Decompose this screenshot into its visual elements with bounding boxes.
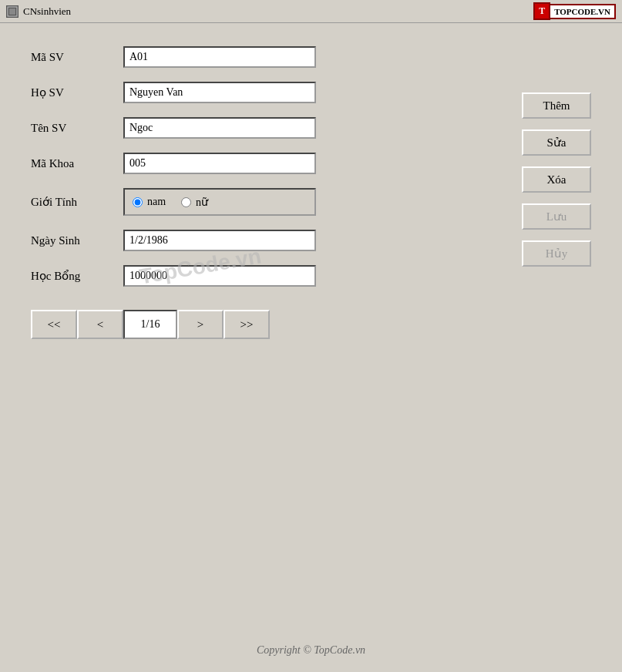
huy-button[interactable]: Hủy [522, 240, 591, 267]
first-button[interactable]: << [31, 310, 77, 339]
window-icon [6, 5, 18, 18]
gender-nu-option: nữ [181, 196, 208, 209]
next-button[interactable]: > [177, 310, 224, 339]
footer: Copyright © TopCode.vn [0, 644, 622, 657]
ma-sv-label: Mã SV [31, 51, 123, 64]
form-section: Mã SV Họ SV Tên SV Mã Khoa Giới Tính [31, 46, 591, 339]
them-button[interactable]: Thêm [522, 92, 591, 119]
hoc-bong-row: Học Bổng [31, 265, 483, 287]
last-button[interactable]: >> [224, 310, 270, 339]
topcode-logo: T TOPCODE.VN [533, 2, 616, 20]
ten-sv-label: Tên SV [31, 122, 123, 135]
title-bar-left: CNsinhvien [6, 5, 71, 18]
page-display: 1/16 [123, 310, 177, 339]
hoc-bong-label: Học Bổng [31, 269, 123, 283]
ma-khoa-label: Mã Khoa [31, 157, 123, 170]
ten-sv-input[interactable] [123, 117, 316, 139]
gender-nam-option: nam [133, 196, 166, 208]
gender-nu-label: nữ [196, 196, 208, 209]
ma-sv-row: Mã SV [31, 46, 483, 68]
ho-sv-row: Họ SV [31, 82, 483, 103]
svg-rect-1 [9, 8, 15, 15]
navigation-row: << < 1/16 > >> [31, 310, 483, 339]
form-fields: Mã SV Họ SV Tên SV Mã Khoa Giới Tính [31, 46, 483, 339]
gender-nu-radio[interactable] [181, 197, 191, 207]
gender-group: nam nữ [123, 188, 316, 216]
hoc-bong-input[interactable] [123, 265, 316, 287]
action-buttons: Thêm Sửa Xóa Lưu Hủy [522, 46, 591, 339]
logo-brand: TOPCODE.VN [550, 4, 616, 19]
gioi-tinh-label: Giới Tính [31, 195, 123, 209]
xoa-button[interactable]: Xóa [522, 166, 591, 193]
ngay-sinh-label: Ngày Sinh [31, 234, 123, 247]
ma-sv-input[interactable] [123, 46, 316, 68]
app-title: CNsinhvien [23, 5, 71, 18]
ngay-sinh-input[interactable] [123, 230, 316, 251]
ho-sv-label: Họ SV [31, 86, 123, 99]
sua-button[interactable]: Sửa [522, 129, 591, 156]
ma-khoa-row: Mã Khoa [31, 153, 483, 174]
ngay-sinh-row: Ngày Sinh [31, 230, 483, 251]
luu-button[interactable]: Lưu [522, 203, 591, 230]
ten-sv-row: Tên SV [31, 117, 483, 139]
gender-nam-label: nam [147, 196, 166, 208]
gender-nam-radio[interactable] [133, 197, 143, 207]
gioi-tinh-row: Giới Tính nam nữ [31, 188, 483, 216]
prev-button[interactable]: < [77, 310, 123, 339]
logo-icon: T [533, 2, 550, 20]
ho-sv-input[interactable] [123, 82, 316, 103]
form-container: Mã SV Họ SV Tên SV Mã Khoa Giới Tính [0, 23, 622, 354]
title-bar: CNsinhvien T TOPCODE.VN [0, 0, 622, 23]
ma-khoa-input[interactable] [123, 153, 316, 174]
